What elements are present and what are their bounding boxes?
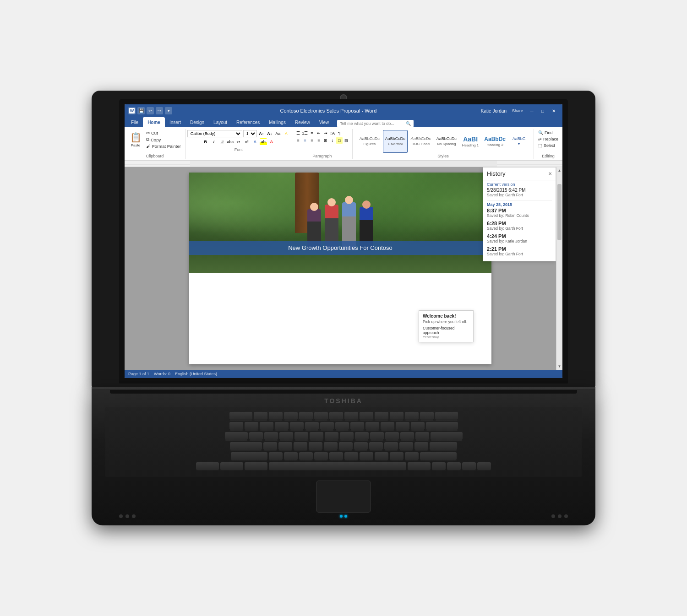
history-close-button[interactable]: ✕: [548, 171, 552, 176]
select-button[interactable]: ⬚ Select: [537, 143, 556, 148]
key-v[interactable]: [314, 452, 328, 460]
key-f6[interactable]: [329, 412, 343, 420]
minimize-button[interactable]: ─: [527, 107, 537, 115]
key-quote[interactable]: [414, 442, 428, 450]
key-arrow-left[interactable]: [432, 462, 446, 470]
key-rshift[interactable]: [420, 452, 457, 460]
key-semicolon[interactable]: [399, 442, 413, 450]
sort-button[interactable]: ↕A: [329, 130, 336, 136]
replace-button[interactable]: ⇄ Replace: [537, 136, 560, 142]
key-ctrl-l[interactable]: [220, 462, 243, 470]
key-d[interactable]: [294, 442, 307, 450]
style-figures[interactable]: AaBbCcDc Figures: [357, 130, 382, 153]
style-normal[interactable]: AaBbCcDc 1 Normal: [383, 130, 408, 153]
key-f5[interactable]: [314, 412, 328, 420]
align-right-button[interactable]: ≡: [309, 137, 315, 144]
key-g[interactable]: [324, 442, 338, 450]
key-a[interactable]: [263, 442, 277, 450]
text-highlight-color-button[interactable]: ab: [260, 138, 267, 146]
key-f12[interactable]: [420, 412, 434, 420]
change-case-button[interactable]: Aa: [274, 130, 282, 137]
tab-layout[interactable]: Layout: [209, 117, 232, 127]
style-toc-head[interactable]: AaBbCcDc TOC Head: [409, 130, 433, 153]
scrollbar-thumb[interactable]: [557, 184, 562, 240]
decrease-indent-button[interactable]: ⇤: [316, 130, 322, 136]
redo-icon[interactable]: ↪: [156, 107, 163, 114]
welcome-tooltip[interactable]: Welcome back! Pick up where you left off…: [419, 310, 474, 342]
columns-button[interactable]: ⊞: [322, 137, 329, 144]
show-marks-button[interactable]: ¶: [336, 130, 343, 136]
format-painter-button[interactable]: 🖌 Format Painter: [145, 143, 182, 149]
save-icon[interactable]: 💾: [137, 107, 145, 114]
bullets-button[interactable]: ☰: [295, 130, 301, 136]
key-period[interactable]: [390, 452, 403, 460]
history-entry-1[interactable]: 6:28 PM Saved by: Garth Fort: [487, 221, 552, 231]
key-j[interactable]: [354, 442, 368, 450]
share-button[interactable]: Share: [512, 108, 523, 113]
key-c[interactable]: [299, 452, 313, 460]
key-3[interactable]: [275, 422, 289, 430]
key-enter[interactable]: [430, 442, 457, 450]
key-bracket-r[interactable]: [415, 432, 429, 440]
key-arrow-down[interactable]: [462, 462, 476, 470]
font-size-select[interactable]: 11: [243, 130, 257, 137]
key-f11[interactable]: [405, 412, 419, 420]
close-button[interactable]: ✕: [549, 107, 559, 115]
key-m[interactable]: [360, 452, 373, 460]
vertical-scrollbar[interactable]: ▲ ▼: [556, 167, 562, 370]
key-slash[interactable]: [405, 452, 419, 460]
key-5[interactable]: [305, 422, 319, 430]
key-fn[interactable]: [196, 462, 219, 470]
key-t[interactable]: [310, 432, 323, 440]
key-l[interactable]: [384, 442, 398, 450]
key-z[interactable]: [269, 452, 283, 460]
key-tab[interactable]: [225, 432, 248, 440]
justify-button[interactable]: ≡: [316, 137, 322, 144]
key-h[interactable]: [339, 442, 353, 450]
scrollbar-track[interactable]: [556, 174, 562, 362]
key-f9[interactable]: [375, 412, 388, 420]
key-alt-l[interactable]: [245, 462, 267, 470]
key-q[interactable]: [249, 432, 263, 440]
find-button[interactable]: 🔍 Find: [537, 130, 554, 135]
key-lshift[interactable]: [231, 452, 267, 460]
multilevel-list-button[interactable]: ≡: [309, 130, 315, 136]
key-equals[interactable]: [411, 422, 425, 430]
decrease-font-button[interactable]: A↓: [266, 130, 273, 137]
increase-indent-button[interactable]: ⇥: [322, 130, 329, 136]
key-f8[interactable]: [360, 412, 373, 420]
tab-insert[interactable]: Insert: [165, 117, 185, 127]
key-f1[interactable]: [254, 412, 267, 420]
tell-me-input[interactable]: [340, 121, 404, 126]
key-o[interactable]: [370, 432, 384, 440]
superscript-button[interactable]: x²: [243, 138, 251, 146]
restore-button[interactable]: □: [538, 107, 548, 115]
strikethrough-button[interactable]: abc: [227, 138, 234, 146]
history-entry-0[interactable]: 8:37 PM Saved by: Robin Counts: [487, 208, 552, 218]
tab-mailings[interactable]: Mailings: [264, 117, 290, 127]
key-tilde[interactable]: [229, 422, 243, 430]
key-alt-r[interactable]: [408, 462, 431, 470]
line-spacing-button[interactable]: ↕: [329, 137, 336, 144]
key-y[interactable]: [325, 432, 338, 440]
key-backslash[interactable]: [431, 432, 463, 440]
tab-view[interactable]: View: [315, 117, 334, 127]
style-heading2[interactable]: AaBbDc Heading 2: [482, 130, 508, 153]
customize-icon[interactable]: ▾: [165, 107, 172, 114]
key-f10[interactable]: [390, 412, 403, 420]
paste-button[interactable]: 📋 Paste: [127, 130, 144, 148]
style-heading1[interactable]: AaBI Heading 1: [460, 130, 481, 153]
tab-home[interactable]: Home: [143, 117, 165, 127]
key-6[interactable]: [320, 422, 334, 430]
key-x[interactable]: [284, 452, 298, 460]
key-arrow-up[interactable]: [447, 462, 461, 470]
key-comma[interactable]: [375, 452, 388, 460]
copy-button[interactable]: ⧉ Copy: [145, 136, 182, 143]
doc-scroll[interactable]: New Growth Opportunities For Contoso: [125, 167, 556, 370]
key-arrow-right[interactable]: [477, 462, 491, 470]
key-f3[interactable]: [284, 412, 298, 420]
key-del[interactable]: [435, 412, 458, 420]
key-bracket-l[interactable]: [400, 432, 414, 440]
key-k[interactable]: [369, 442, 383, 450]
key-i[interactable]: [355, 432, 369, 440]
